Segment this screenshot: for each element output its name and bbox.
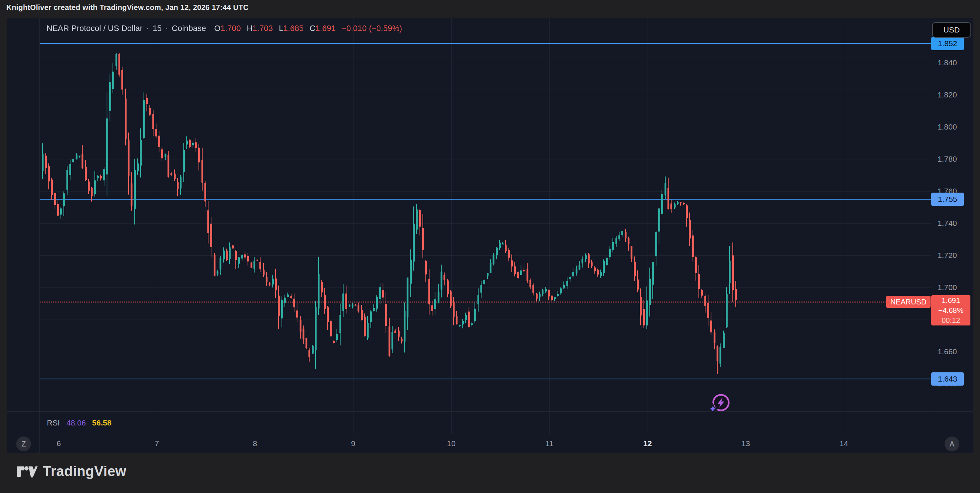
rsi-legend[interactable]: RSI 48.06 56.58 [47,418,111,428]
right-axis-tick: 1.800 [937,122,957,131]
rsi-value-2: 56.58 [92,418,112,427]
symbol-legend[interactable]: NEAR Protocol / US Dollar · 15 · Coinbas… [46,23,402,34]
currency-toggle-button[interactable]: USD [932,22,971,38]
zoom-reset-button[interactable]: Z [16,437,31,451]
time-axis-label: 11 [545,439,554,448]
right-axis-tick: 1.720 [937,251,957,260]
lightning-spark-icon[interactable] [708,391,732,415]
symbol-title[interactable]: NEAR Protocol / US Dollar [46,24,142,33]
last-price-symbol-tag: NEARUSD [886,296,931,308]
interval-label: 15 [153,24,162,33]
time-axis-label: 8 [253,439,257,448]
price-level-label[interactable]: 1.643 [931,372,964,386]
price-level-label[interactable]: 1.852 [931,37,964,50]
legend-separator: · [165,24,168,33]
tradingview-mark-icon [17,464,38,479]
right-scale-separator[interactable] [931,18,931,453]
rsi-pane-separator[interactable] [7,412,974,412]
ohlc-values: O1.700H1.703L1.685C1.691 [208,24,336,33]
bar-countdown: 00:12 [942,315,960,326]
right-axis-tick: 1.660 [937,347,957,356]
right-axis-tick: 1.840 [937,58,957,67]
candlestick-chart-canvas[interactable] [40,18,931,412]
price-level-label[interactable]: 1.755 [931,192,964,206]
exchange-label: Coinbase [172,24,206,33]
ohlc-item: H1.703 [247,24,273,33]
time-axis-label: 7 [154,439,159,448]
rsi-label: RSI [47,418,60,427]
change-value: −0.010 (−0.59%) [342,24,402,33]
right-axis-tick: 1.740 [937,219,957,228]
time-axis-label: 6 [56,439,61,448]
time-axis-label: 9 [351,439,355,448]
time-axis-label: 12 [643,439,652,448]
time-axis-label: 14 [839,439,848,448]
ohlc-item: L1.685 [279,24,304,33]
right-axis-tick: 1.780 [937,154,957,164]
last-price-change-pct: −4.68% [938,305,963,315]
last-price-axis-label[interactable]: 1.691 −4.68% 00:12 [931,295,970,326]
last-price-value: 1.691 [942,296,960,305]
time-axis-label: 13 [741,439,750,448]
tradingview-logo[interactable]: TradingView [17,463,126,479]
rsi-value-1: 48.06 [67,418,86,427]
page-title: KnightOliver created with TradingView.co… [6,3,249,12]
ohlc-item: O1.700 [215,24,241,33]
left-scale-separator[interactable] [40,18,40,453]
tradingview-wordmark: TradingView [43,463,126,479]
legend-separator: · [146,24,149,33]
right-axis-tick: 1.700 [937,283,957,292]
time-axis-label: 10 [447,439,455,448]
auto-scale-button[interactable]: A [945,437,959,451]
ohlc-item: C1.691 [310,24,336,33]
right-axis-tick: 1.820 [937,91,957,99]
time-axis-separator [7,434,974,434]
